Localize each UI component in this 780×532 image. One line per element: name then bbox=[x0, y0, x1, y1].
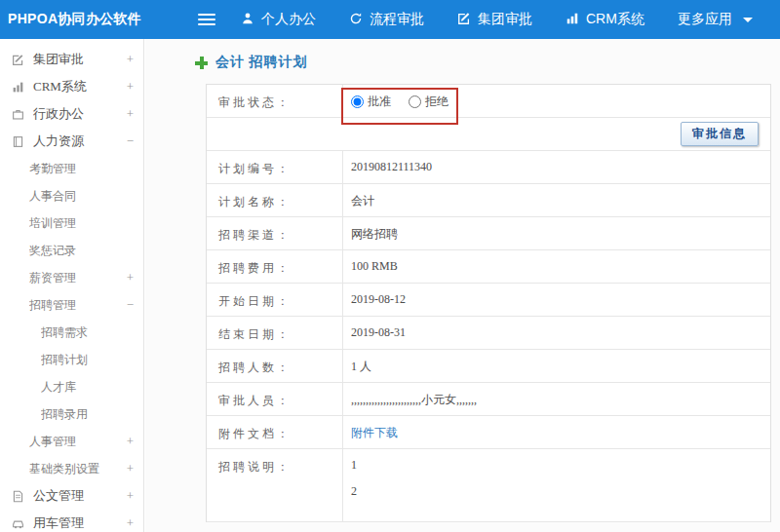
row-value: 网络招聘 bbox=[343, 217, 770, 249]
expand-toggle[interactable]: + bbox=[122, 488, 134, 504]
sidebar-item-label: 招聘管理 bbox=[29, 297, 122, 314]
nav-label: 集团审批 bbox=[478, 11, 532, 28]
radio-reject-input[interactable] bbox=[409, 95, 421, 108]
sidebar-item-attendance[interactable]: 考勤管理 bbox=[0, 155, 143, 182]
radio-approve-label: 批准 bbox=[368, 94, 391, 110]
note-line-1: 1 bbox=[351, 458, 760, 473]
sidebar-item-recruit-hire[interactable]: 招聘录用 bbox=[0, 400, 143, 428]
main-content: 会计 招聘计划 审批状态： 批准 拒绝 bbox=[145, 39, 780, 532]
note-row: 招聘说明： 1 2 bbox=[207, 449, 770, 522]
radio-reject-label: 拒绝 bbox=[425, 94, 448, 110]
breadcrumb: 会计 招聘计划 bbox=[145, 39, 780, 84]
sidebar-item-recruit-mgmt[interactable]: 招聘管理 − bbox=[0, 291, 143, 319]
expand-toggle[interactable]: + bbox=[122, 434, 134, 449]
topbar: PHPOA协同办公软件 个人办公 流程审批 集团审批 CRM系统 bbox=[0, 0, 780, 39]
sidebar-item-hr-contract[interactable]: 人事合同 bbox=[0, 182, 143, 209]
nav-label: 流程审批 bbox=[370, 11, 424, 28]
row-value: 2019-08-12 bbox=[343, 284, 770, 316]
sidebar-item-base-category[interactable]: 基础类别设置 + bbox=[0, 455, 143, 482]
page-title: 会计 招聘计划 bbox=[215, 54, 308, 71]
row-label: 开始日期： bbox=[207, 284, 343, 316]
radio-reject[interactable]: 拒绝 bbox=[409, 94, 448, 110]
sidebar-item-label: 人才库 bbox=[41, 379, 134, 396]
row-label: 附件文档： bbox=[207, 416, 343, 448]
row-label: 结束日期： bbox=[207, 317, 343, 349]
button-row: 审批信息 bbox=[207, 118, 770, 151]
sidebar-item-recruit-demand[interactable]: 招聘需求 bbox=[0, 319, 143, 346]
row-value: 2019-08-31 bbox=[343, 317, 770, 349]
expand-toggle[interactable]: + bbox=[122, 106, 134, 122]
radio-approve-input[interactable] bbox=[351, 95, 364, 108]
sidebar-item-label: 公文管理 bbox=[33, 487, 122, 505]
sidebar-item-label: 考勤管理 bbox=[29, 161, 134, 177]
row-value: 100 RMB bbox=[343, 250, 770, 283]
expand-toggle[interactable]: + bbox=[122, 79, 134, 95]
bar-chart-icon bbox=[12, 81, 28, 94]
collapse-toggle[interactable]: − bbox=[122, 133, 134, 149]
row-value: 会计 bbox=[343, 184, 770, 216]
row-value: 1 人 bbox=[343, 350, 770, 382]
sidebar-item-rewards-records[interactable]: 奖惩记录 bbox=[0, 237, 143, 264]
sidebar-item-label: CRM系统 bbox=[33, 78, 122, 95]
person-icon bbox=[241, 12, 254, 28]
car-icon bbox=[12, 517, 28, 530]
approval-info-button[interactable]: 审批信息 bbox=[681, 122, 759, 146]
sidebar-item-label: 基础类别设置 bbox=[29, 461, 122, 477]
sidebar-item-label: 集团审批 bbox=[33, 51, 122, 68]
sidebar-item-crm[interactable]: CRM系统 + bbox=[0, 73, 143, 100]
expand-toggle[interactable]: + bbox=[122, 270, 134, 285]
nav-more-apps[interactable]: 更多应用 bbox=[678, 11, 753, 28]
sidebar: 集团审批 + CRM系统 + 行政办公 + 人力资源 − 考勤管理 人事合同 培… bbox=[0, 39, 144, 532]
nav-personal-office[interactable]: 个人办公 bbox=[241, 11, 316, 28]
sidebar-item-recruit-plan[interactable]: 招聘计划 bbox=[0, 346, 143, 373]
sidebar-item-label: 招聘录用 bbox=[41, 406, 134, 423]
attachment-row: 附件文档： 附件下载 bbox=[207, 416, 770, 449]
expand-toggle[interactable]: + bbox=[122, 461, 134, 476]
nav-label: 个人办公 bbox=[261, 11, 316, 28]
row-label: 计划编号： bbox=[207, 151, 343, 183]
row-value: 20190812111340 bbox=[343, 151, 770, 183]
edit-square-icon bbox=[457, 12, 471, 28]
expand-toggle[interactable]: + bbox=[122, 52, 134, 67]
row-label: 招聘渠道： bbox=[207, 217, 343, 249]
nav-label: 更多应用 bbox=[678, 11, 732, 28]
sidebar-item-personnel-mgmt[interactable]: 人事管理 + bbox=[0, 428, 143, 455]
nav-process-approval[interactable]: 流程审批 bbox=[349, 11, 424, 28]
sidebar-item-training[interactable]: 培训管理 bbox=[0, 209, 143, 237]
sidebar-item-label: 奖惩记录 bbox=[29, 243, 134, 259]
row-label: 计划名称： bbox=[207, 184, 343, 216]
row-label: 招聘说明： bbox=[207, 449, 343, 521]
sidebar-item-vehicle-mgmt[interactable]: 用车管理 + bbox=[0, 510, 143, 532]
sidebar-item-document-mgmt[interactable]: 公文管理 + bbox=[0, 482, 143, 510]
attachment-download-link[interactable]: 附件下载 bbox=[351, 426, 398, 439]
app-logo: PHPOA协同办公软件 bbox=[0, 11, 144, 28]
nav-crm[interactable]: CRM系统 bbox=[566, 11, 644, 28]
sidebar-item-group-approval[interactable]: 集团审批 + bbox=[0, 46, 143, 73]
table-row: 开始日期： 2019-08-12 bbox=[207, 284, 770, 317]
sidebar-item-label: 用车管理 bbox=[33, 514, 122, 532]
nav-group-approval[interactable]: 集团审批 bbox=[457, 11, 532, 28]
radio-approve[interactable]: 批准 bbox=[351, 94, 391, 110]
collapse-toggle[interactable]: − bbox=[122, 297, 134, 313]
sidebar-item-label: 招聘需求 bbox=[41, 324, 134, 341]
sidebar-item-admin-office[interactable]: 行政办公 + bbox=[0, 100, 143, 128]
row-value: ,,,,,,,,,,,,,,,,,,,,,,,,小元女,,,,,,, bbox=[343, 383, 770, 415]
table-row: 计划名称： 会计 bbox=[207, 184, 770, 217]
table-row: 招聘渠道： 网络招聘 bbox=[207, 217, 770, 250]
row-label: 审批人员： bbox=[207, 383, 343, 415]
expand-toggle[interactable]: + bbox=[122, 515, 134, 531]
table-row: 结束日期： 2019-08-31 bbox=[207, 317, 770, 350]
sidebar-item-talent-pool[interactable]: 人才库 bbox=[0, 373, 143, 400]
table-row: 审批人员： ,,,,,,,,,,,,,,,,,,,,,,,,小元女,,,,,,, bbox=[207, 383, 770, 416]
nav-label: CRM系统 bbox=[586, 11, 644, 28]
sidebar-item-label: 人力资源 bbox=[33, 133, 122, 150]
table-row: 招聘费用： 100 RMB bbox=[207, 250, 770, 284]
approval-form-table: 审批状态： 批准 拒绝 审批信息 计划编号： bbox=[206, 84, 771, 522]
green-plus-icon bbox=[195, 57, 208, 69]
sidebar-item-label: 行政办公 bbox=[33, 105, 122, 123]
sidebar-item-hr[interactable]: 人力资源 − bbox=[0, 128, 143, 155]
sidebar-item-label: 培训管理 bbox=[29, 215, 134, 232]
hamburger-menu-icon[interactable] bbox=[198, 11, 215, 28]
sidebar-item-label: 人事合同 bbox=[29, 188, 134, 205]
sidebar-item-salary[interactable]: 薪资管理 + bbox=[0, 264, 143, 291]
